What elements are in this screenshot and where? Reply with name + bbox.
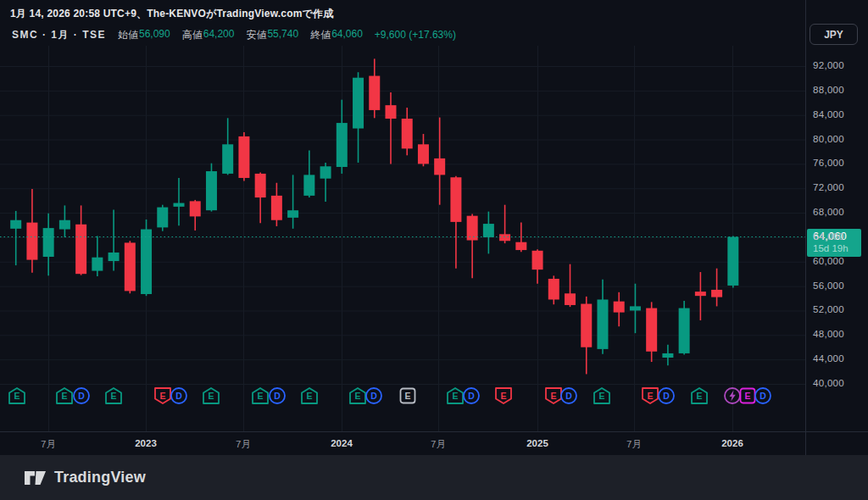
low-label: 安値	[246, 28, 266, 42]
close-value: 64,060	[331, 28, 363, 42]
event-marker-e[interactable]: E	[690, 386, 709, 405]
svg-text:D: D	[565, 391, 572, 401]
price-tick-label: 80,000	[813, 134, 844, 144]
event-marker-e[interactable]: E	[55, 386, 74, 405]
high-value: 64,200	[203, 28, 235, 42]
event-marker-e[interactable]: E	[494, 386, 513, 405]
attribution-text: 1月 14, 2026 20:58 UTC+9、The-KENVOがTradin…	[10, 7, 333, 21]
tradingview-brand-text: TradingView	[54, 469, 146, 486]
price-tick-label: 72,000	[813, 182, 844, 192]
event-marker-e[interactable]: E	[300, 386, 319, 405]
price-tick-label: 64,000	[813, 231, 844, 242]
price-tick-label: 88,000	[813, 85, 844, 95]
event-marker-e[interactable]: E	[8, 386, 26, 405]
event-marker-d[interactable]: D	[364, 386, 383, 405]
svg-text:E: E	[354, 391, 360, 401]
svg-text:E: E	[208, 391, 214, 401]
svg-text:E: E	[257, 391, 263, 401]
svg-text:E: E	[404, 391, 410, 401]
time-tick-label: 7月	[41, 438, 56, 451]
time-tick-label: 2023	[135, 438, 157, 448]
time-tick-label: 2025	[526, 438, 548, 448]
change-value: +9,600 (+17.63%)	[375, 29, 456, 41]
svg-text:D: D	[370, 391, 377, 401]
svg-text:E: E	[452, 391, 458, 401]
close-label: 終値	[310, 28, 331, 42]
legend-low: 安値55,740	[246, 28, 298, 42]
tradingview-published-chart: EEDEEDEEDEEDEEDEEDEEDEED 1月 14, 2026 20:…	[0, 0, 868, 500]
high-label: 高値	[182, 28, 203, 42]
svg-text:D: D	[663, 391, 670, 401]
price-tick-label: 76,000	[813, 158, 844, 168]
ohlc-legend: SMC · 1月 · TSE 始値56,090 高値64,200 安値55,74…	[12, 26, 456, 43]
price-tick-label: 48,000	[813, 329, 844, 339]
price-tick-label: 56,000	[813, 281, 844, 291]
price-tick-label: 40,000	[813, 378, 844, 388]
time-tick-label: 2026	[721, 438, 743, 448]
time-tick-label: 7月	[431, 438, 446, 451]
svg-text:E: E	[306, 391, 312, 401]
svg-text:E: E	[598, 391, 604, 401]
open-label: 始値	[118, 28, 138, 42]
time-tick-label: 7月	[236, 438, 251, 451]
svg-text:E: E	[696, 391, 702, 401]
event-marker-d[interactable]: D	[754, 386, 772, 405]
event-marker-e[interactable]: E	[202, 386, 220, 405]
svg-text:E: E	[550, 391, 556, 401]
open-value: 56,090	[139, 28, 170, 42]
svg-text:D: D	[468, 391, 475, 401]
legend-high: 高値64,200	[182, 28, 235, 42]
price-tick-label: 68,000	[813, 207, 844, 217]
event-marker-d[interactable]: D	[657, 386, 676, 405]
price-tick-label: 84,000	[813, 109, 844, 119]
svg-text:E: E	[647, 391, 653, 401]
footer-bar: TradingView	[0, 455, 868, 500]
price-tick-label: 52,000	[813, 304, 844, 314]
legend-close: 終値64,060	[310, 28, 363, 42]
symbol-title[interactable]: SMC · 1月 · TSE	[12, 28, 106, 42]
event-marker-d[interactable]: D	[462, 386, 481, 405]
time-tick-label: 2024	[331, 438, 353, 448]
event-marker-e[interactable]: E	[104, 386, 123, 405]
legend-open: 始値56,090	[118, 28, 170, 42]
price-tick-label: 92,000	[813, 60, 844, 70]
price-tick-label: 60,000	[813, 256, 844, 266]
event-marker-d[interactable]: D	[268, 386, 287, 405]
svg-text:E: E	[110, 391, 116, 401]
low-value: 55,740	[267, 28, 298, 42]
bar-countdown: 15d 19h	[813, 243, 861, 254]
event-marker-d[interactable]: D	[72, 386, 91, 405]
svg-text:E: E	[744, 391, 750, 401]
event-marker-d[interactable]: D	[170, 386, 188, 405]
time-axis[interactable]: 7月20237月20247月20257月2026	[0, 431, 868, 455]
event-marker-e[interactable]: E	[398, 386, 417, 405]
svg-text:D: D	[175, 391, 182, 401]
svg-text:E: E	[159, 391, 165, 401]
svg-text:E: E	[500, 391, 506, 401]
svg-text:E: E	[14, 391, 19, 401]
tradingview-logo[interactable]: TradingView	[24, 469, 146, 487]
svg-text:E: E	[61, 391, 67, 401]
price-axis[interactable]: 64,060 15d 19h 92,00088,00084,00080,0007…	[805, 0, 868, 455]
svg-text:D: D	[274, 391, 281, 401]
event-marker-d[interactable]: D	[559, 386, 578, 405]
event-marker-e[interactable]: E	[251, 386, 270, 405]
time-tick-label: 7月	[626, 438, 642, 451]
svg-text:D: D	[78, 391, 85, 401]
tradingview-logo-icon	[24, 469, 47, 487]
svg-text:D: D	[760, 391, 766, 401]
price-tick-label: 44,000	[813, 353, 844, 364]
event-marker-e[interactable]: E	[593, 386, 611, 405]
